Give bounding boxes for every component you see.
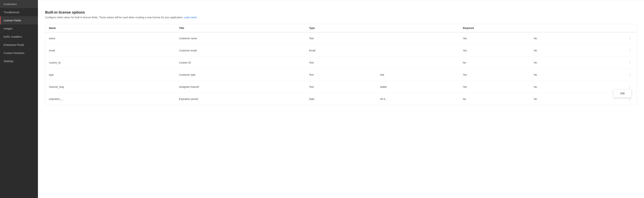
sidebar-item-settings[interactable]: Settings [0,57,38,65]
cell-name: email [45,45,175,57]
cell-required: Yes [459,69,530,81]
cell-hidden: No [530,81,613,93]
main-content: Built-in license options Configure initi… [38,0,644,198]
cell-action: ⋮ [613,69,636,81]
cell-initial_value [376,57,459,69]
cell-action: ⋮ [613,45,636,57]
sidebar-item-troubleshoot[interactable]: Troubleshoot [0,8,38,16]
cell-hidden: No [530,93,613,105]
col-header-action [613,24,636,32]
table-row: typeCustomer typeTexttrialYesNo⋮ [45,69,636,81]
sidebar-item-custom-domains[interactable]: Custom Domains [0,49,38,57]
cell-required: Yes [459,81,530,93]
sidebar-item-enterprise-portal[interactable]: Enterprise Portal [0,41,38,49]
section-description: Configure initial values for built-in li… [45,16,637,19]
sidebar-item-kurl-installers[interactable]: kURL Installers [0,33,38,41]
page-title: Built-in license options [45,10,637,15]
col-header-hidden [530,24,613,32]
row-action-button[interactable]: ⋮ [627,48,633,53]
cell-action: ⋮Edit [613,81,636,93]
col-header-required: Required [459,24,530,32]
cell-initial_value [376,32,459,45]
cell-name: name [45,32,175,45]
cell-hidden: No [530,57,613,69]
table-body: nameCustomer nameTextYesNo⋮emailCustomer… [45,32,636,105]
sidebar-item-images[interactable]: Images [0,24,38,33]
cell-title: Custom ID [175,57,306,69]
cell-required: Yes [459,32,530,45]
row-action-button[interactable]: ⋮ [627,36,633,41]
cell-type: Email [306,45,376,57]
license-fields-table: Name Title Type Required nameCustomer na… [45,24,637,105]
cell-initial_value [376,45,459,57]
table-row: expiration_...Expiration periodDate30 d.… [45,93,636,105]
col-header-title: Title [175,24,306,32]
cell-initial_value: stable [376,81,459,93]
cell-type: Text [306,57,376,69]
row-action-button[interactable]: ⋮Edit [627,84,633,89]
sidebar-item-customers[interactable]: Customers [0,0,38,8]
table-row: custom_idCustom IDTextNoNo⋮ [45,57,636,69]
row-action-button[interactable]: ⋮ [627,60,633,65]
table-row: emailCustomer emailEmailYesNo⋮ [45,45,636,57]
cell-type: Date [306,93,376,105]
cell-name: custom_id [45,57,175,69]
cell-required: Yes [459,45,530,57]
table-row: nameCustomer nameTextYesNo⋮ [45,32,636,45]
cell-title: Assigned channel [175,81,306,93]
cell-action: ⋮ [613,32,636,45]
context-menu: Edit [614,89,632,97]
cell-initial_value: 30 d... [376,93,459,105]
table-header: Name Title Type Required [45,24,636,32]
learn-more-link[interactable]: Learn more [184,16,197,19]
col-header-initial [376,24,459,32]
cell-type: Text [306,81,376,93]
cell-title: Customer email [175,45,306,57]
context-menu-edit[interactable]: Edit [614,90,631,97]
row-action-button[interactable]: ⋮ [627,72,633,77]
table-row: channel_slugAssigned channelTextstableYe… [45,81,636,93]
cell-hidden: No [530,45,613,57]
cell-name: expiration_... [45,93,175,105]
cell-name: type [45,69,175,81]
cell-hidden: No [530,32,613,45]
col-header-name: Name [45,24,175,32]
cell-required: No [459,57,530,69]
sidebar: CustomersTroubleshootLicense FieldsImage… [0,0,38,198]
cell-type: Text [306,32,376,45]
cell-name: channel_slug [45,81,175,93]
cell-hidden: No [530,69,613,81]
cell-initial_value: trial [376,69,459,81]
cell-type: Text [306,69,376,81]
col-header-type: Type [306,24,376,32]
cell-title: Customer name [175,32,306,45]
cell-title: Expiration period [175,93,306,105]
sidebar-item-license-fields[interactable]: License Fields [0,16,38,24]
cell-required: No [459,93,530,105]
cell-action: ⋮ [613,57,636,69]
cell-title: Customer type [175,69,306,81]
